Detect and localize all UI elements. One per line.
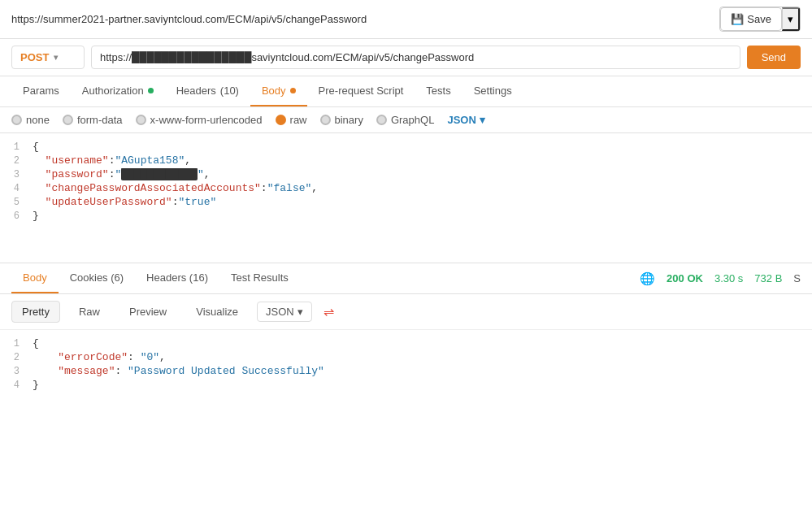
tab-body[interactable]: Body — [250, 76, 307, 106]
json-type-select[interactable]: JSON ▾ — [447, 114, 484, 126]
resp-tab-cookies[interactable]: Cookies (6) — [59, 263, 135, 293]
request-tabs: Params Authorization Headers (10) Body P… — [0, 76, 812, 107]
code-line: 3 "password":"████████████", — [0, 167, 812, 181]
tab-headers[interactable]: Headers (10) — [165, 76, 250, 106]
code-line: 2 "username":"AGupta158", — [0, 154, 812, 167]
method-arrow-icon: ▾ — [54, 53, 58, 62]
chevron-down-icon: ▾ — [788, 13, 793, 25]
resp-raw-button[interactable]: Raw — [68, 301, 111, 323]
body-format-row: none form-data x-www-form-urlencoded raw… — [0, 107, 812, 133]
request-row: POST ▾ Send — [0, 39, 812, 76]
response-body-viewer: 1 { 2 "errorCode": "0", 3 "message": "Pa… — [0, 330, 812, 398]
code-line: 4 "changePasswordAssociatedAccounts":"fa… — [0, 181, 812, 195]
url-input[interactable] — [91, 46, 740, 69]
json-chevron-icon: ▾ — [480, 114, 485, 126]
format-raw[interactable]: raw — [276, 114, 307, 126]
url-bar-text: https://summer2021-partner.saviyntcloud.… — [11, 13, 367, 25]
response-meta: 🌐 200 OK 3.30 s 732 B S — [640, 271, 801, 286]
format-urlencoded[interactable]: x-www-form-urlencoded — [136, 114, 263, 126]
format-none[interactable]: none — [11, 114, 50, 126]
send-button[interactable]: Send — [747, 46, 801, 69]
radio-graphql-icon — [376, 115, 387, 125]
wrap-text-icon[interactable]: ⇌ — [323, 304, 334, 319]
tab-params[interactable]: Params — [11, 76, 71, 106]
save-area: 💾 Save ▾ — [719, 7, 801, 32]
radio-none-icon — [11, 115, 22, 125]
url-bar: https://summer2021-partner.saviyntcloud.… — [0, 0, 812, 39]
tab-pre-request[interactable]: Pre-request Script — [307, 76, 415, 106]
resp-visualize-button[interactable]: Visualize — [185, 301, 249, 323]
resp-pretty-button[interactable]: Pretty — [11, 301, 60, 323]
request-body-editor[interactable]: 1 { 2 "username":"AGupta158", 3 "passwor… — [0, 133, 812, 263]
format-form-data[interactable]: form-data — [63, 114, 123, 126]
method-label: POST — [20, 51, 49, 63]
code-line: 3 "message": "Password Updated Successfu… — [0, 364, 812, 378]
save-dropdown-button[interactable]: ▾ — [782, 7, 800, 31]
save-response-button[interactable]: S — [793, 272, 801, 284]
globe-icon: 🌐 — [640, 271, 655, 286]
response-format-row: Pretty Raw Preview Visualize JSON ▾ ⇌ — [0, 294, 812, 330]
radio-binary-icon — [320, 115, 331, 125]
method-select[interactable]: POST ▾ — [11, 46, 85, 69]
resp-json-chevron-icon: ▾ — [297, 306, 303, 318]
format-binary[interactable]: binary — [320, 114, 363, 126]
body-status-dot — [290, 88, 296, 93]
resp-tab-test-results[interactable]: Test Results — [219, 263, 300, 293]
format-graphql[interactable]: GraphQL — [376, 114, 434, 126]
response-time: 3.30 s — [714, 272, 743, 284]
radio-raw-icon — [276, 115, 286, 125]
response-tabs-left: Body Cookies (6) Headers (16) Test Resul… — [11, 263, 300, 293]
tab-tests[interactable]: Tests — [415, 76, 462, 106]
code-line: 5 "updateUserPassword":"true" — [0, 195, 812, 209]
resp-json-type-select[interactable]: JSON ▾ — [257, 302, 312, 322]
code-line: 1 { — [0, 336, 812, 350]
radio-urlencoded-icon — [136, 115, 146, 125]
tab-authorization[interactable]: Authorization — [71, 76, 165, 106]
resp-tab-headers[interactable]: Headers (16) — [135, 263, 219, 293]
radio-formdata-icon — [63, 115, 73, 125]
code-line: 2 "errorCode": "0", — [0, 350, 812, 364]
code-line: 1 { — [0, 140, 812, 154]
tab-settings[interactable]: Settings — [462, 76, 523, 106]
save-button[interactable]: 💾 Save — [720, 7, 782, 31]
code-line: 4 } — [0, 378, 812, 392]
code-line: 6 } — [0, 209, 812, 223]
resp-tab-body[interactable]: Body — [11, 263, 59, 293]
response-status: 200 OK — [667, 272, 703, 284]
save-icon: 💾 — [731, 13, 744, 25]
resp-preview-button[interactable]: Preview — [119, 301, 177, 323]
response-size: 732 B — [754, 272, 782, 284]
authorization-status-dot — [148, 88, 154, 93]
response-tabs: Body Cookies (6) Headers (16) Test Resul… — [0, 263, 812, 294]
